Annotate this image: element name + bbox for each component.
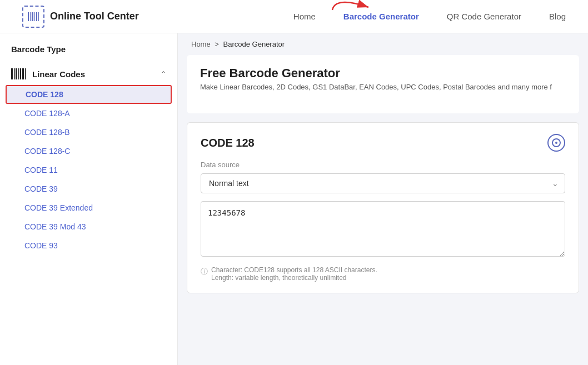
linear-codes-label: Linear Codes: [32, 69, 85, 79]
svg-rect-5: [38, 12, 39, 21]
code128-title: CODE 128: [201, 137, 255, 149]
breadcrumb: Home > Barcode Generator: [178, 33, 588, 55]
sidebar-item-code39[interactable]: CODE 39: [0, 179, 177, 198]
svg-rect-2: [32, 12, 33, 21]
sidebar: Barcode Type Linear Codes ⌃ CODE 128 COD…: [0, 33, 178, 365]
info-text-content: Character: CODE128 supports all 128 ASCI…: [211, 266, 377, 282]
sidebar-item-code39-mod43[interactable]: CODE 39 Mod 43: [0, 217, 177, 236]
target-inner: [552, 138, 561, 147]
sidebar-item-code128b[interactable]: CODE 128-B: [0, 123, 177, 142]
svg-rect-11: [20, 68, 21, 79]
linear-codes-left: Linear Codes: [11, 68, 85, 79]
code128-header: CODE 128: [201, 134, 565, 152]
dropdown-wrapper[interactable]: Normal text ⌄: [201, 173, 565, 193]
sidebar-title: Barcode Type: [0, 44, 177, 63]
page-title: Free Barcode Generator: [200, 66, 566, 81]
nav-barcode-generator[interactable]: Barcode Generator: [343, 12, 419, 21]
header: Online Tool Center Home Barcode Generato…: [0, 0, 588, 33]
svg-rect-1: [30, 12, 31, 21]
layout: Barcode Type Linear Codes ⌃ CODE 128 COD…: [0, 33, 588, 365]
main-content: Home > Barcode Generator Free Barcode Ge…: [178, 33, 588, 365]
nav-qr-code-generator[interactable]: QR Code Generator: [447, 12, 521, 21]
svg-rect-0: [28, 12, 29, 21]
data-source-label: Data source: [201, 161, 565, 169]
data-source-select[interactable]: Normal text: [201, 173, 565, 193]
logo-icon: [22, 6, 44, 28]
nav-arrow-indicator: [327, 0, 377, 13]
breadcrumb-current: Barcode Generator: [223, 40, 285, 48]
sidebar-item-code11[interactable]: CODE 11: [0, 161, 177, 179]
code128-card: CODE 128 Data source Normal text ⌄ 12345…: [187, 122, 579, 293]
svg-rect-8: [14, 68, 15, 79]
info-line2: Length: variable length, theoretically u…: [211, 274, 377, 282]
target-icon[interactable]: [547, 134, 565, 152]
svg-rect-12: [22, 68, 24, 79]
barcode-data-textarea[interactable]: 12345678: [201, 201, 565, 257]
info-icon: ⓘ: [201, 267, 208, 277]
sidebar-item-code128a[interactable]: CODE 128-A: [0, 104, 177, 123]
svg-rect-10: [18, 68, 19, 79]
nav-blog[interactable]: Blog: [549, 12, 566, 21]
svg-rect-4: [36, 12, 37, 21]
nav-home[interactable]: Home: [293, 12, 316, 21]
info-text: ⓘ Character: CODE128 supports all 128 AS…: [201, 266, 565, 282]
svg-rect-7: [11, 68, 13, 79]
target-dot: [555, 142, 557, 144]
sidebar-item-code39-extended[interactable]: CODE 39 Extended: [0, 198, 177, 217]
logo-area: Online Tool Center: [22, 6, 139, 28]
svg-rect-3: [34, 12, 35, 21]
main-nav: Home Barcode Generator QR Code Generator…: [293, 12, 566, 21]
sidebar-item-code93[interactable]: CODE 93: [0, 236, 177, 255]
page-subtitle: Make Linear Barcodes, 2D Codes, GS1 Data…: [200, 83, 566, 91]
chevron-up-icon: ⌃: [161, 70, 166, 78]
barcode-icon: [11, 68, 27, 79]
sidebar-item-code128c[interactable]: CODE 128-C: [0, 142, 177, 161]
sidebar-item-code128[interactable]: CODE 128: [6, 85, 172, 104]
page-title-card: Free Barcode Generator Make Linear Barco…: [187, 55, 579, 113]
breadcrumb-home[interactable]: Home: [191, 40, 211, 48]
svg-rect-13: [25, 68, 26, 79]
linear-codes-header[interactable]: Linear Codes ⌃: [0, 63, 177, 85]
info-line1: Character: CODE128 supports all 128 ASCI…: [211, 266, 377, 274]
svg-rect-9: [16, 68, 17, 79]
logo-text: Online Tool Center: [50, 11, 139, 22]
breadcrumb-separator: >: [215, 40, 219, 48]
